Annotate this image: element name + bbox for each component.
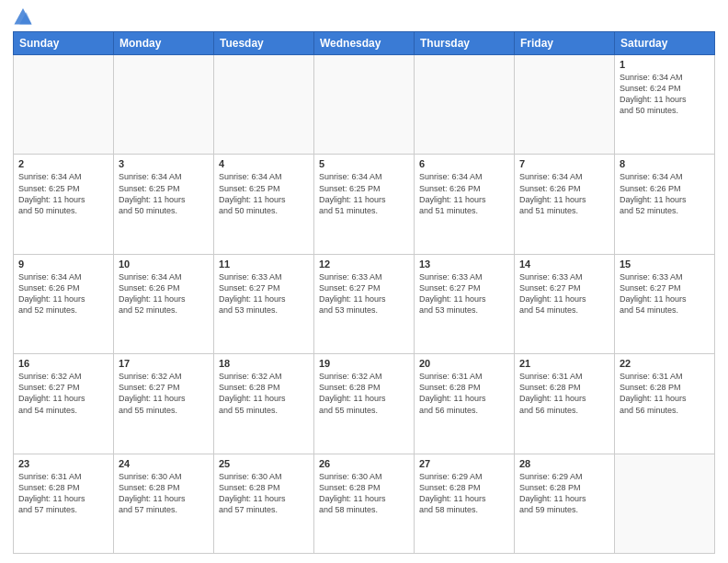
day-cell: 15Sunrise: 6:33 AM Sunset: 6:27 PM Dayli…	[615, 254, 715, 353]
header	[13, 9, 715, 26]
week-row-2: 9Sunrise: 6:34 AM Sunset: 6:26 PM Daylig…	[14, 254, 715, 353]
day-info: Sunrise: 6:29 AM Sunset: 6:28 PM Dayligh…	[419, 471, 509, 516]
day-info: Sunrise: 6:30 AM Sunset: 6:28 PM Dayligh…	[119, 471, 209, 516]
day-number: 26	[319, 458, 409, 469]
day-info: Sunrise: 6:34 AM Sunset: 6:24 PM Dayligh…	[620, 72, 710, 117]
day-number: 8	[620, 158, 710, 169]
day-number: 3	[119, 158, 209, 169]
day-number: 17	[119, 358, 209, 369]
day-cell: 10Sunrise: 6:34 AM Sunset: 6:26 PM Dayli…	[114, 254, 214, 353]
day-info: Sunrise: 6:31 AM Sunset: 6:28 PM Dayligh…	[620, 371, 710, 416]
day-info: Sunrise: 6:31 AM Sunset: 6:28 PM Dayligh…	[519, 371, 609, 416]
day-number: 13	[419, 259, 509, 270]
day-cell: 13Sunrise: 6:33 AM Sunset: 6:27 PM Dayli…	[415, 254, 515, 353]
day-number: 28	[519, 458, 609, 469]
day-cell	[515, 55, 615, 155]
day-number: 2	[18, 158, 108, 169]
day-info: Sunrise: 6:34 AM Sunset: 6:26 PM Dayligh…	[119, 271, 209, 316]
day-info: Sunrise: 6:33 AM Sunset: 6:27 PM Dayligh…	[419, 271, 509, 316]
day-info: Sunrise: 6:30 AM Sunset: 6:28 PM Dayligh…	[319, 471, 409, 516]
day-info: Sunrise: 6:34 AM Sunset: 6:26 PM Dayligh…	[18, 271, 108, 316]
day-number: 23	[18, 458, 108, 469]
day-cell	[314, 55, 415, 155]
day-info: Sunrise: 6:34 AM Sunset: 6:25 PM Dayligh…	[219, 171, 309, 216]
day-info: Sunrise: 6:30 AM Sunset: 6:28 PM Dayligh…	[219, 471, 309, 516]
day-cell: 24Sunrise: 6:30 AM Sunset: 6:28 PM Dayli…	[114, 454, 214, 553]
day-number: 19	[319, 358, 409, 369]
day-cell	[415, 55, 515, 155]
day-info: Sunrise: 6:31 AM Sunset: 6:28 PM Dayligh…	[419, 371, 509, 416]
day-info: Sunrise: 6:33 AM Sunset: 6:27 PM Dayligh…	[219, 271, 309, 316]
day-info: Sunrise: 6:32 AM Sunset: 6:28 PM Dayligh…	[319, 371, 409, 416]
day-cell: 25Sunrise: 6:30 AM Sunset: 6:28 PM Dayli…	[214, 454, 314, 553]
day-cell	[114, 55, 214, 155]
weekday-wednesday: Wednesday	[314, 32, 415, 55]
day-number: 15	[620, 259, 710, 270]
day-cell: 8Sunrise: 6:34 AM Sunset: 6:26 PM Daylig…	[615, 155, 715, 254]
weekday-header-row: SundayMondayTuesdayWednesdayThursdayFrid…	[14, 32, 715, 55]
logo	[13, 9, 35, 26]
day-number: 7	[519, 158, 609, 169]
day-number: 11	[219, 259, 309, 270]
day-cell	[615, 454, 715, 553]
weekday-sunday: Sunday	[14, 32, 114, 55]
day-cell: 6Sunrise: 6:34 AM Sunset: 6:26 PM Daylig…	[415, 155, 515, 254]
day-number: 14	[519, 259, 609, 270]
day-cell: 5Sunrise: 6:34 AM Sunset: 6:25 PM Daylig…	[314, 155, 415, 254]
day-number: 22	[620, 358, 710, 369]
day-number: 18	[219, 358, 309, 369]
day-number: 6	[419, 158, 509, 169]
weekday-tuesday: Tuesday	[214, 32, 314, 55]
day-number: 4	[219, 158, 309, 169]
day-number: 21	[519, 358, 609, 369]
week-row-3: 16Sunrise: 6:32 AM Sunset: 6:27 PM Dayli…	[14, 354, 715, 454]
day-cell: 21Sunrise: 6:31 AM Sunset: 6:28 PM Dayli…	[515, 354, 615, 454]
week-row-4: 23Sunrise: 6:31 AM Sunset: 6:28 PM Dayli…	[14, 454, 715, 553]
calendar: SundayMondayTuesdayWednesdayThursdayFrid…	[13, 31, 715, 554]
day-cell	[14, 55, 114, 155]
day-cell: 26Sunrise: 6:30 AM Sunset: 6:28 PM Dayli…	[314, 454, 415, 553]
day-info: Sunrise: 6:32 AM Sunset: 6:27 PM Dayligh…	[119, 371, 209, 416]
day-info: Sunrise: 6:29 AM Sunset: 6:28 PM Dayligh…	[519, 471, 609, 516]
day-number: 1	[620, 59, 710, 70]
day-cell: 18Sunrise: 6:32 AM Sunset: 6:28 PM Dayli…	[214, 354, 314, 454]
weekday-friday: Friday	[515, 32, 615, 55]
day-number: 20	[419, 358, 509, 369]
day-cell: 17Sunrise: 6:32 AM Sunset: 6:27 PM Dayli…	[114, 354, 214, 454]
weekday-thursday: Thursday	[415, 32, 515, 55]
day-number: 5	[319, 158, 409, 169]
page: SundayMondayTuesdayWednesdayThursdayFrid…	[0, 0, 728, 563]
day-cell: 12Sunrise: 6:33 AM Sunset: 6:27 PM Dayli…	[314, 254, 415, 353]
day-cell: 19Sunrise: 6:32 AM Sunset: 6:28 PM Dayli…	[314, 354, 415, 454]
day-info: Sunrise: 6:34 AM Sunset: 6:26 PM Dayligh…	[519, 171, 609, 216]
day-info: Sunrise: 6:33 AM Sunset: 6:27 PM Dayligh…	[319, 271, 409, 316]
day-info: Sunrise: 6:34 AM Sunset: 6:26 PM Dayligh…	[620, 171, 710, 216]
day-cell: 7Sunrise: 6:34 AM Sunset: 6:26 PM Daylig…	[515, 155, 615, 254]
day-info: Sunrise: 6:34 AM Sunset: 6:25 PM Dayligh…	[18, 171, 108, 216]
day-info: Sunrise: 6:34 AM Sunset: 6:25 PM Dayligh…	[319, 171, 409, 216]
day-info: Sunrise: 6:33 AM Sunset: 6:27 PM Dayligh…	[519, 271, 609, 316]
day-info: Sunrise: 6:34 AM Sunset: 6:26 PM Dayligh…	[419, 171, 509, 216]
day-cell: 22Sunrise: 6:31 AM Sunset: 6:28 PM Dayli…	[615, 354, 715, 454]
day-number: 12	[319, 259, 409, 270]
week-row-1: 2Sunrise: 6:34 AM Sunset: 6:25 PM Daylig…	[14, 155, 715, 254]
day-number: 24	[119, 458, 209, 469]
day-cell: 4Sunrise: 6:34 AM Sunset: 6:25 PM Daylig…	[214, 155, 314, 254]
day-info: Sunrise: 6:32 AM Sunset: 6:27 PM Dayligh…	[18, 371, 108, 416]
day-info: Sunrise: 6:34 AM Sunset: 6:25 PM Dayligh…	[119, 171, 209, 216]
day-cell: 11Sunrise: 6:33 AM Sunset: 6:27 PM Dayli…	[214, 254, 314, 353]
weekday-monday: Monday	[114, 32, 214, 55]
day-number: 16	[18, 358, 108, 369]
day-cell: 14Sunrise: 6:33 AM Sunset: 6:27 PM Dayli…	[515, 254, 615, 353]
day-cell: 23Sunrise: 6:31 AM Sunset: 6:28 PM Dayli…	[14, 454, 114, 553]
day-cell: 3Sunrise: 6:34 AM Sunset: 6:25 PM Daylig…	[114, 155, 214, 254]
day-cell: 20Sunrise: 6:31 AM Sunset: 6:28 PM Dayli…	[415, 354, 515, 454]
day-cell: 2Sunrise: 6:34 AM Sunset: 6:25 PM Daylig…	[14, 155, 114, 254]
day-cell: 16Sunrise: 6:32 AM Sunset: 6:27 PM Dayli…	[14, 354, 114, 454]
day-cell	[214, 55, 314, 155]
day-info: Sunrise: 6:32 AM Sunset: 6:28 PM Dayligh…	[219, 371, 309, 416]
day-number: 9	[18, 259, 108, 270]
week-row-0: 1Sunrise: 6:34 AM Sunset: 6:24 PM Daylig…	[14, 55, 715, 155]
logo-icon	[13, 6, 33, 26]
day-number: 25	[219, 458, 309, 469]
